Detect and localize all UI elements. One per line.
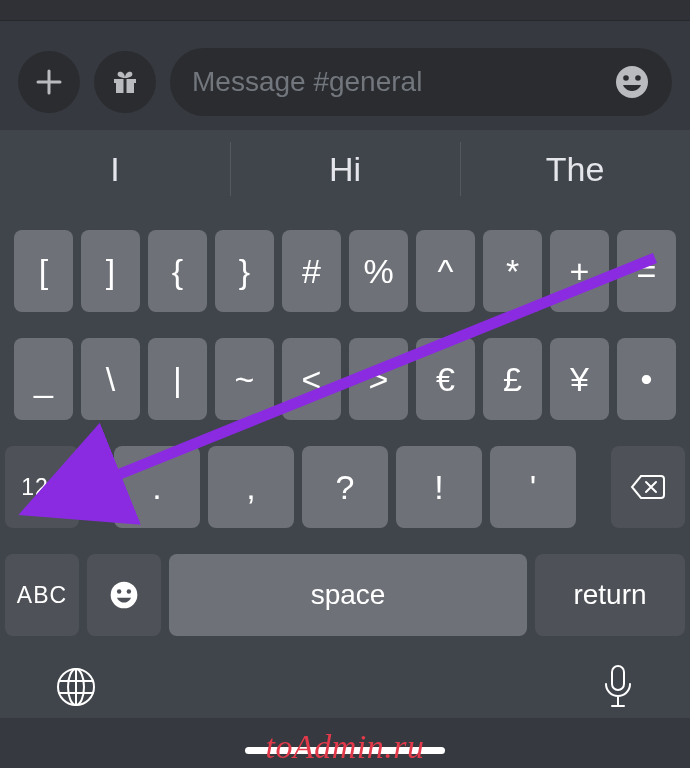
key-hash[interactable]: # <box>282 230 341 312</box>
key-exclaim[interactable]: ! <box>396 446 482 528</box>
svg-point-5 <box>117 589 121 593</box>
watermark: toAdmin.ru <box>266 728 425 766</box>
key-row-2: _ \ | ~ < > € £ ¥ • <box>5 338 685 420</box>
globe-icon <box>55 666 97 708</box>
key-pipe[interactable]: | <box>148 338 207 420</box>
key-row-3: 123 . , ? ! ' <box>5 446 685 528</box>
keyboard-bottom-bar <box>5 646 685 710</box>
gift-icon <box>110 67 140 97</box>
svg-rect-0 <box>124 79 127 93</box>
suggestion-bar: I Hi The <box>0 130 690 208</box>
key-apostrophe[interactable]: ' <box>490 446 576 528</box>
backspace-icon <box>630 473 666 501</box>
key-plus[interactable]: + <box>550 230 609 312</box>
keyboard: [ ] { } # % ^ * + = _ \ | ~ < > € £ ¥ • … <box>0 208 690 718</box>
svg-point-3 <box>635 75 641 81</box>
mic-icon <box>601 664 635 710</box>
key-row-1: [ ] { } # % ^ * + = <box>5 230 685 312</box>
emoji-keyboard-icon <box>108 579 140 611</box>
key-caret[interactable]: ^ <box>416 230 475 312</box>
suggestion-3[interactable]: The <box>460 130 690 208</box>
key-brace-open[interactable]: { <box>148 230 207 312</box>
message-input-bar: Message #general <box>0 48 690 130</box>
globe-button[interactable] <box>55 666 97 708</box>
key-brace-close[interactable]: } <box>215 230 274 312</box>
svg-point-1 <box>616 66 648 98</box>
message-placeholder: Message #general <box>192 66 602 98</box>
key-return[interactable]: return <box>535 554 685 636</box>
key-underscore[interactable]: _ <box>14 338 73 420</box>
key-bracket-open[interactable]: [ <box>14 230 73 312</box>
key-123[interactable]: 123 <box>5 446 79 528</box>
gift-button[interactable] <box>94 51 156 113</box>
key-bullet[interactable]: • <box>617 338 676 420</box>
app-gap <box>0 20 690 48</box>
key-backspace[interactable] <box>611 446 685 528</box>
key-yen[interactable]: ¥ <box>550 338 609 420</box>
key-period[interactable]: . <box>114 446 200 528</box>
key-abc[interactable]: ABC <box>5 554 79 636</box>
key-percent[interactable]: % <box>349 230 408 312</box>
status-bar-area <box>0 0 690 20</box>
key-asterisk[interactable]: * <box>483 230 542 312</box>
key-question[interactable]: ? <box>302 446 388 528</box>
svg-point-2 <box>623 75 629 81</box>
svg-point-6 <box>127 589 131 593</box>
key-tilde[interactable]: ~ <box>215 338 274 420</box>
key-emoji[interactable] <box>87 554 161 636</box>
message-input[interactable]: Message #general <box>170 48 672 116</box>
add-button[interactable] <box>18 51 80 113</box>
key-gt[interactable]: > <box>349 338 408 420</box>
plus-icon <box>35 68 63 96</box>
key-bracket-close[interactable]: ] <box>81 230 140 312</box>
key-lt[interactable]: < <box>282 338 341 420</box>
key-row-4: ABC space return <box>5 554 685 636</box>
key-backslash[interactable]: \ <box>81 338 140 420</box>
smiley-icon <box>614 64 650 100</box>
suggestion-2[interactable]: Hi <box>230 130 460 208</box>
svg-rect-9 <box>612 666 624 690</box>
mic-button[interactable] <box>601 664 635 710</box>
key-space[interactable]: space <box>169 554 527 636</box>
key-pound[interactable]: £ <box>483 338 542 420</box>
emoji-button[interactable] <box>614 64 650 100</box>
key-euro[interactable]: € <box>416 338 475 420</box>
key-equals[interactable]: = <box>617 230 676 312</box>
svg-point-4 <box>111 582 138 609</box>
key-comma[interactable]: , <box>208 446 294 528</box>
suggestion-1[interactable]: I <box>0 130 230 208</box>
